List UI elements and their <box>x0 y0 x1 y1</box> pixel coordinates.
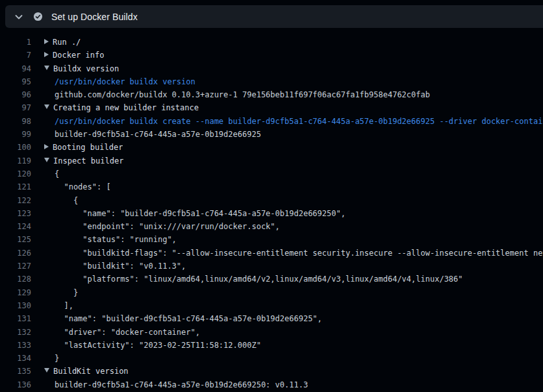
check-circle-icon <box>32 12 43 22</box>
log-line: 132 "driver": "docker-container", <box>0 326 543 339</box>
log-line: 95/usr/bin/docker buildx version <box>0 75 543 88</box>
log-line: 123 "name": "builder-d9cfb5a1-c764-445a-… <box>0 207 543 220</box>
line-number[interactable]: 123 <box>0 207 31 220</box>
log-group-title: Inspect builder <box>53 156 123 165</box>
triangle-down-icon <box>44 368 49 373</box>
log-group-header-expanded[interactable]: Creating a new builder instance <box>44 101 199 114</box>
line-number[interactable]: 128 <box>0 273 31 286</box>
log-output-text: { <box>44 167 59 180</box>
log-output-text: builder-d9cfb5a1-c764-445a-a57e-0b19d2e6… <box>44 128 261 141</box>
log-line: 133 "lastActivity": "2023-02-25T11:58:12… <box>0 339 543 352</box>
log-group-title: Run ./ <box>53 38 81 47</box>
log-area: 1Run ./7Docker info94Buildx version95/us… <box>0 28 543 391</box>
log-line: 127 "buildkit": "v0.11.3", <box>0 260 543 273</box>
log-line: 119Inspect builder <box>0 154 543 167</box>
line-number[interactable]: 119 <box>0 154 31 167</box>
log-output-text: "name": "builder-d9cfb5a1-c764-445a-a57e… <box>44 312 322 325</box>
line-number[interactable]: 126 <box>0 247 31 260</box>
line-number[interactable]: 98 <box>0 115 31 128</box>
log-group-title: BuildKit version <box>53 367 129 376</box>
log-group-header-expanded[interactable]: Inspect builder <box>44 154 123 167</box>
log-output-text: builder-d9cfb5a1-c764-445a-a57e-0b19d2e6… <box>44 378 308 391</box>
line-number[interactable]: 131 <box>0 312 31 325</box>
log-line: 135BuildKit version <box>0 365 543 378</box>
line-number[interactable]: 124 <box>0 220 31 233</box>
log-output-text: "status": "running", <box>44 233 177 246</box>
log-line: 124 "endpoint": "unix:///var/run/docker.… <box>0 220 543 233</box>
triangle-right-icon <box>44 39 49 44</box>
line-number[interactable]: 97 <box>0 101 31 114</box>
log-output-text: "driver": "docker-container", <box>44 326 200 339</box>
log-line: 129 } <box>0 286 543 299</box>
log-line: 97Creating a new builder instance <box>0 101 543 114</box>
log-line: 120{ <box>0 167 543 180</box>
log-line: 98/usr/bin/docker buildx create --name b… <box>0 115 543 128</box>
line-number[interactable]: 96 <box>0 88 31 101</box>
log-output-text: "lastActivity": "2023-02-25T11:58:12.000… <box>44 339 261 352</box>
log-command-text: /usr/bin/docker buildx version <box>44 75 196 88</box>
log-line: 126 "buildkitd-flags": "--allow-insecure… <box>0 247 543 260</box>
log-line: 131 "name": "builder-d9cfb5a1-c764-445a-… <box>0 312 543 325</box>
log-group-title: Buildx version <box>53 64 119 73</box>
log-group-header-expanded[interactable]: Buildx version <box>44 62 119 75</box>
log-output-text: "endpoint": "unix:///var/run/docker.sock… <box>44 220 280 233</box>
log-group-header-collapsed[interactable]: Docker info <box>44 49 104 62</box>
triangle-down-icon <box>44 158 49 162</box>
log-line: 94Buildx version <box>0 62 543 75</box>
step-header[interactable]: Set up Docker Buildx <box>5 5 543 28</box>
line-number[interactable]: 1 <box>0 36 31 49</box>
line-number[interactable]: 120 <box>0 167 31 180</box>
log-line: 134} <box>0 352 543 365</box>
line-number[interactable]: 130 <box>0 299 31 312</box>
log-group-header-expanded[interactable]: BuildKit version <box>44 365 129 378</box>
log-output-text: } <box>44 286 78 299</box>
log-output-text: github.com/docker/buildx 0.10.3+azure-1 … <box>44 88 430 101</box>
line-number[interactable]: 133 <box>0 339 31 352</box>
line-number[interactable]: 94 <box>0 62 31 75</box>
line-number[interactable]: 95 <box>0 75 31 88</box>
log-group-header-collapsed[interactable]: Booting builder <box>44 141 123 154</box>
step-title: Set up Docker Buildx <box>51 12 138 22</box>
triangle-right-icon <box>44 52 49 57</box>
log-output-text: "buildkitd-flags": "--allow-insecure-ent… <box>44 247 543 260</box>
triangle-down-icon <box>44 66 49 70</box>
line-number[interactable]: 99 <box>0 128 31 141</box>
log-output-text: "buildkit": "v0.11.3", <box>44 260 186 273</box>
log-line: 125 "status": "running", <box>0 233 543 246</box>
log-line: 96github.com/docker/buildx 0.10.3+azure-… <box>0 88 543 101</box>
triangle-right-icon <box>44 144 49 149</box>
line-number[interactable]: 134 <box>0 352 31 365</box>
log-line: 130 ], <box>0 299 543 312</box>
log-group-title: Docker info <box>53 51 104 60</box>
line-number[interactable]: 100 <box>0 141 31 154</box>
log-output-text: { <box>44 194 78 207</box>
log-command-text: /usr/bin/docker buildx create --name bui… <box>44 115 543 128</box>
log-line: 99builder-d9cfb5a1-c764-445a-a57e-0b19d2… <box>0 128 543 141</box>
line-number[interactable]: 136 <box>0 378 31 391</box>
log-output-text: "nodes": [ <box>44 180 111 193</box>
line-number[interactable]: 129 <box>0 286 31 299</box>
line-number[interactable]: 125 <box>0 233 31 246</box>
log-line: 121 "nodes": [ <box>0 180 543 193</box>
log-group-title: Booting builder <box>53 143 123 152</box>
line-number[interactable]: 132 <box>0 326 31 339</box>
line-number[interactable]: 127 <box>0 260 31 273</box>
log-line: 7Docker info <box>0 49 543 62</box>
line-number[interactable]: 135 <box>0 365 31 378</box>
line-number[interactable]: 122 <box>0 194 31 207</box>
log-output-text: "name": "builder-d9cfb5a1-c764-445a-a57e… <box>44 207 346 220</box>
triangle-down-icon <box>44 104 49 109</box>
log-line: 100Booting builder <box>0 141 543 154</box>
log-group-header-collapsed[interactable]: Run ./ <box>44 36 81 49</box>
log-line: 122 { <box>0 194 543 207</box>
log-output-text: } <box>44 352 59 365</box>
chevron-down-icon[interactable] <box>12 10 26 24</box>
log-group-title: Creating a new builder instance <box>53 103 199 112</box>
log-line: 128 "platforms": "linux/amd64,linux/amd6… <box>0 273 543 286</box>
log-output-text: ], <box>44 299 73 312</box>
log-line: 136builder-d9cfb5a1-c764-445a-a57e-0b19d… <box>0 378 543 391</box>
line-number[interactable]: 121 <box>0 180 31 193</box>
line-number[interactable]: 7 <box>0 49 31 62</box>
log-line: 1Run ./ <box>0 36 543 49</box>
log-output-text: "platforms": "linux/amd64,linux/amd64/v2… <box>44 273 463 286</box>
